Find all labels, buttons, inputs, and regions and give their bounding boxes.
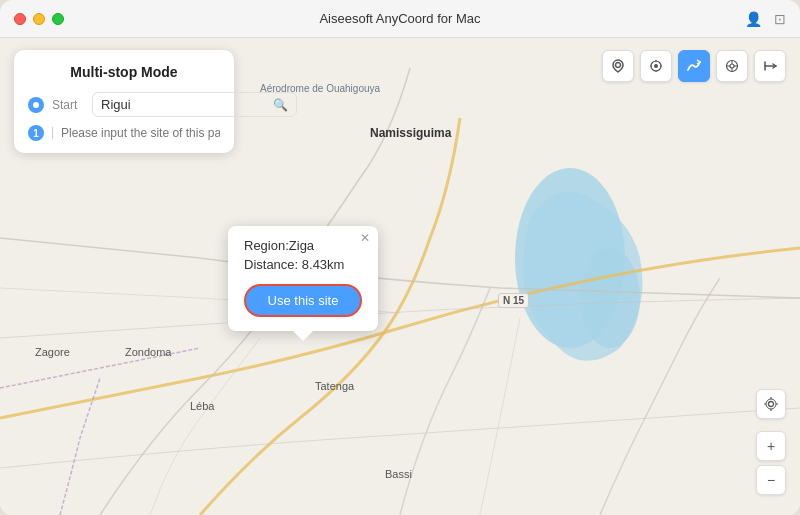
window-icon[interactable]: ⊡ — [774, 11, 786, 27]
route-icon — [686, 59, 702, 73]
zoom-out-icon: − — [767, 472, 775, 488]
close-button[interactable] — [14, 13, 26, 25]
zoom-out-button[interactable]: − — [756, 465, 786, 495]
route-button[interactable] — [678, 50, 710, 82]
road-badge-n15: N 15 — [498, 293, 529, 308]
maximize-button[interactable] — [52, 13, 64, 25]
map-container[interactable]: Aérodrome de Ouahigouya Namissiguima Zag… — [0, 38, 800, 515]
map-popup: ✕ Region:Ziga Distance: 8.43km Use this … — [228, 226, 378, 331]
svg-point-2 — [616, 63, 621, 68]
start-input[interactable] — [101, 97, 269, 112]
start-row: Start 🔍 — [28, 92, 220, 117]
location-dot-icon — [649, 59, 663, 73]
popup-close-button[interactable]: ✕ — [360, 232, 370, 244]
export-button[interactable] — [754, 50, 786, 82]
waypoint-divider — [52, 127, 53, 139]
panel-title: Multi-stop Mode — [28, 64, 220, 80]
title-bar: Aiseesoft AnyCoord for Mac 👤 ⊡ — [0, 0, 800, 38]
joystick-icon — [725, 59, 739, 73]
traffic-lights — [14, 13, 64, 25]
search-icon[interactable]: 🔍 — [273, 98, 288, 112]
popup-region: Region:Ziga — [244, 238, 362, 253]
my-location-button[interactable] — [756, 389, 786, 419]
svg-point-15 — [769, 402, 774, 407]
start-icon-inner — [33, 102, 39, 108]
multi-stop-panel: Multi-stop Mode Start 🔍 1 — [14, 50, 234, 153]
waypoint-input[interactable] — [61, 126, 220, 140]
my-location-icon — [764, 397, 778, 411]
start-icon — [28, 97, 44, 113]
zoom-in-button[interactable]: + — [756, 431, 786, 461]
title-actions: 👤 ⊡ — [745, 11, 786, 27]
map-toolbar — [602, 50, 786, 82]
location-pin-button[interactable] — [602, 50, 634, 82]
waypoint-row: 1 — [28, 125, 220, 141]
popup-distance: Distance: 8.43km — [244, 257, 362, 272]
zoom-in-icon: + — [767, 438, 775, 454]
start-label: Start — [52, 98, 84, 112]
user-icon[interactable]: 👤 — [745, 11, 762, 27]
map-controls: + − — [756, 389, 786, 495]
location-dot-button[interactable] — [640, 50, 672, 82]
use-this-site-button[interactable]: Use this site — [244, 284, 362, 317]
location-pin-icon — [611, 59, 625, 73]
app-title: Aiseesoft AnyCoord for Mac — [319, 11, 480, 26]
waypoint-number: 1 — [28, 125, 44, 141]
svg-point-3 — [654, 64, 658, 68]
svg-point-16 — [766, 399, 776, 409]
start-input-wrapper[interactable]: 🔍 — [92, 92, 297, 117]
export-icon — [763, 59, 777, 73]
minimize-button[interactable] — [33, 13, 45, 25]
svg-point-10 — [730, 64, 734, 68]
joystick-button[interactable] — [716, 50, 748, 82]
